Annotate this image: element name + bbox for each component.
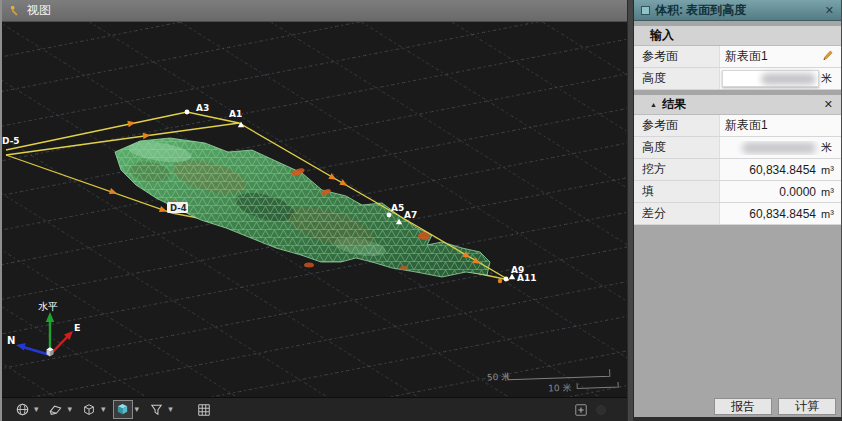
east-label: E (74, 322, 81, 333)
cube-icon[interactable] (79, 400, 99, 419)
cube-caret[interactable]: ▾ (101, 405, 106, 414)
scalebar-50-label: 50 米 (487, 372, 511, 383)
cut-volume-row: 挖方 60,834.8454 m³ (634, 159, 841, 181)
report-button[interactable]: 报告 (714, 398, 772, 415)
delta-unit: m³ (821, 208, 841, 220)
north-label: N (7, 335, 15, 346)
label-a7: A7 (404, 210, 417, 220)
expander-icon[interactable]: ▲ (650, 101, 657, 108)
result-reference-row: 参考面 新表面1 (634, 115, 841, 137)
result-elevation-row: 高度 米 (634, 137, 841, 159)
label-a3: A3 (196, 103, 209, 113)
cut-unit: m³ (821, 164, 841, 176)
result-section-label: 结果 (662, 96, 686, 113)
view-cube-caret[interactable]: ▾ (135, 405, 140, 414)
render-mode-caret[interactable]: ▾ (34, 405, 39, 414)
pencil-icon[interactable] (821, 49, 834, 62)
label-d5: D-5 (2, 136, 20, 146)
fill-unit: m³ (821, 186, 841, 198)
input-section-header: 输入 (634, 26, 841, 46)
view-pane: 视图 (0, 0, 627, 421)
volume-panel: 体积: 表面到高度 ✕ 输入 参考面 新表面1 高度 米 (634, 0, 842, 421)
cut-label: 挖方 (634, 159, 720, 180)
3d-canvas[interactable]: D-5 A3 A1 A5 A7 A9 A11 D-4 水平 (0, 22, 627, 397)
calculate-button[interactable]: 计算 (778, 398, 836, 415)
reference-surface-row: 参考面 新表面1 (634, 46, 841, 68)
panel-close-icon[interactable]: ✕ (825, 4, 834, 17)
grid-icon[interactable] (194, 400, 214, 419)
view-icon (8, 4, 21, 17)
prism-icon[interactable] (46, 400, 66, 419)
result-section-header[interactable]: ▲ 结果 ✕ (634, 95, 841, 115)
window-left-edge (0, 0, 2, 421)
panel-header: 体积: 表面到高度 ✕ (634, 0, 841, 21)
elevation-unit: 米 (821, 71, 841, 86)
fill-value: 0.0000 (720, 185, 821, 199)
result-reference-label: 参考面 (634, 115, 720, 136)
delta-value: 60,834.8454 (720, 207, 821, 221)
elevation-input-row: 高度 米 (634, 68, 841, 90)
label-d4: D-4 (170, 203, 187, 213)
result-elevation-unit: 米 (821, 140, 841, 155)
label-a11: A11 (517, 273, 537, 283)
edit-reference-cell[interactable] (821, 49, 841, 64)
scalebar-10-label: 10 米 (548, 383, 572, 394)
delta-label: 差分 (634, 203, 720, 224)
view-title-bar: 视图 (0, 0, 627, 22)
view-cube-icon[interactable] (113, 400, 133, 419)
panel-footer: 报告 计算 (634, 398, 842, 416)
disabled-icon (591, 400, 611, 419)
prism-caret[interactable]: ▾ (68, 405, 73, 414)
label-a5: A5 (391, 203, 404, 213)
view-toolbar: ▾ ▾ ▾ ▾ ▾ (0, 397, 627, 421)
add-view-icon[interactable] (571, 400, 591, 419)
axis-up-label: 水平 (38, 301, 58, 312)
panel-title: 体积: 表面到高度 (655, 2, 820, 19)
pane-splitter[interactable] (627, 0, 634, 421)
filter-icon[interactable] (146, 400, 166, 419)
elevation-label: 高度 (634, 68, 720, 89)
cut-value: 60,834.8454 (720, 163, 821, 177)
reference-surface-label: 参考面 (634, 46, 720, 67)
filter-caret[interactable]: ▾ (168, 405, 173, 414)
label-a1: A1 (229, 109, 242, 119)
redacted-value (761, 73, 816, 85)
panel-icon (641, 6, 650, 15)
delta-volume-row: 差分 60,834.8454 m³ (634, 203, 841, 225)
result-reference-value: 新表面1 (720, 117, 821, 134)
fill-label: 填 (634, 181, 720, 202)
view-title: 视图 (27, 2, 51, 19)
input-section-label: 输入 (650, 27, 674, 44)
application-window: 视图 (0, 0, 842, 421)
label-d4-chip: D-4 (167, 202, 188, 213)
fill-volume-row: 填 0.0000 m³ (634, 181, 841, 203)
redacted-value (742, 142, 816, 154)
result-elevation-label: 高度 (634, 137, 720, 158)
reference-surface-value[interactable]: 新表面1 (720, 48, 821, 65)
render-mode-icon[interactable] (12, 400, 32, 419)
clear-results-icon[interactable]: ✕ (824, 98, 833, 111)
elevation-input[interactable] (722, 70, 819, 87)
result-elevation-value (720, 141, 821, 155)
